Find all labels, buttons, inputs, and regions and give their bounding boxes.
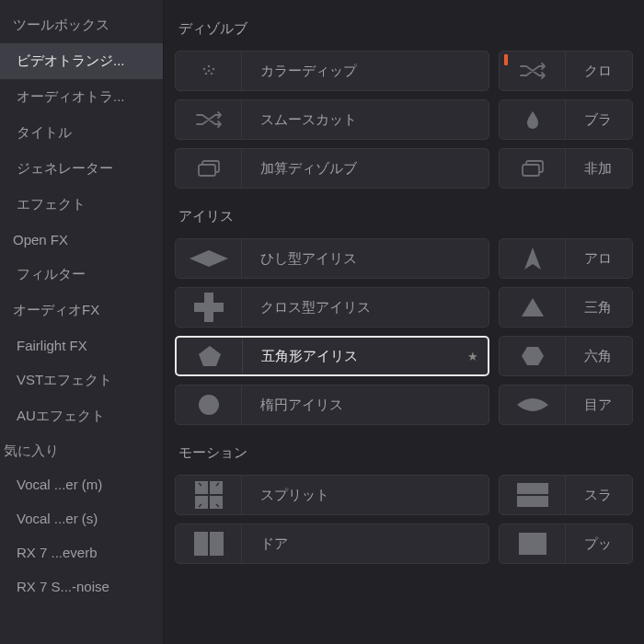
transition-tile[interactable]: 六角 (499, 336, 633, 376)
svg-rect-16 (517, 496, 548, 507)
svg-rect-18 (210, 532, 224, 556)
transition-tile[interactable]: 三角 (499, 287, 633, 328)
sidebar-item[interactable]: エフェクト (0, 187, 163, 223)
shuffle-icon (176, 100, 242, 139)
transition-tile[interactable]: アロ (499, 238, 633, 279)
tile-label: スムースカット (242, 111, 357, 129)
sidebar-item[interactable]: AUエフェクト (0, 398, 163, 434)
transition-tile[interactable]: 加算ディゾルブ (175, 148, 489, 189)
tile-label: カラーディップ (242, 63, 357, 80)
transition-tile[interactable]: 目ア (499, 385, 633, 425)
drop-icon (500, 100, 566, 139)
triangle-icon (500, 288, 566, 327)
shuffle-icon (500, 52, 566, 90)
tile-label: 加算ディゾルブ (242, 160, 357, 178)
tile-label: スプリット (242, 487, 329, 504)
favorite-item[interactable]: Vocal ...er (s) (0, 501, 163, 535)
section-title: モーション (164, 433, 644, 475)
tile-label: 三角 (566, 299, 612, 316)
sidebar-item[interactable]: ツールボックス (0, 7, 163, 43)
tile-label: 目ア (566, 397, 612, 414)
transition-tile[interactable]: スムースカット (175, 99, 489, 140)
stack-icon (500, 149, 566, 188)
tile-label: アロ (566, 250, 612, 268)
tile-label: ブラ (566, 111, 612, 129)
svg-rect-7 (199, 165, 215, 176)
transition-tile[interactable]: 楕円アイリス (175, 385, 489, 425)
sidebar-item[interactable]: オーディオトラ... (0, 79, 163, 115)
transition-tile[interactable]: ブラ (499, 99, 633, 140)
split-icon (176, 476, 242, 514)
slide-icon (500, 476, 566, 514)
favorite-item[interactable]: RX 7 S...-noise (0, 569, 163, 604)
favorite-item[interactable]: Vocal ...er (m) (0, 467, 163, 501)
diamond-icon (176, 239, 242, 278)
tile-label: 楕円アイリス (242, 397, 343, 414)
svg-rect-12 (210, 481, 223, 494)
tile-label: スラ (566, 487, 612, 504)
svg-rect-15 (517, 483, 548, 494)
tile-label: 五角形アイリス (243, 348, 358, 365)
circle-icon (176, 385, 242, 424)
transition-tile[interactable]: クロ (499, 51, 633, 91)
pentagon-icon (177, 338, 243, 374)
door-icon (176, 524, 242, 563)
transition-tile[interactable]: 五角形アイリス★ (175, 336, 489, 376)
sidebar-item[interactable]: Open FX (0, 223, 163, 257)
svg-rect-13 (195, 496, 208, 509)
sidebar-item[interactable]: ビデオトランジ... (0, 43, 163, 79)
stack-icon (176, 149, 242, 188)
tile-label: ドア (242, 535, 288, 553)
svg-point-4 (210, 73, 213, 75)
sidebar-item[interactable]: オーディオFX (0, 293, 163, 328)
sidebar-item[interactable]: Fairlight FX (0, 328, 163, 362)
transition-tile[interactable]: スラ (499, 475, 633, 515)
svg-point-2 (212, 68, 214, 71)
star-icon: ★ (467, 350, 478, 363)
sidebar-item[interactable]: タイトル (0, 115, 163, 151)
sidebar: ツールボックスビデオトランジ...オーディオトラ...タイトルジェネレーターエフ… (0, 0, 164, 644)
tile-label: 非加 (566, 160, 612, 178)
svg-point-3 (204, 73, 207, 75)
favorites-header: 気に入り (0, 434, 163, 467)
transition-tile[interactable]: ひし型アイリス (175, 238, 489, 279)
transition-tile[interactable]: ドア (175, 523, 489, 564)
flag-indicator (504, 54, 508, 65)
svg-rect-9 (523, 165, 539, 176)
transition-tile[interactable]: スプリット (175, 475, 489, 515)
svg-rect-11 (195, 481, 208, 494)
dots-icon (176, 52, 242, 90)
svg-point-10 (199, 395, 219, 415)
arrowhead-icon (500, 239, 566, 278)
transition-tile[interactable]: クロス型アイリス (175, 287, 489, 328)
tile-label: クロ (566, 63, 612, 80)
svg-point-1 (202, 68, 205, 71)
main-panel: ディゾルブカラーディップクロスムースカットブラ加算ディゾルブ非加アイリスひし型ア… (164, 0, 644, 644)
svg-point-0 (207, 65, 210, 68)
svg-rect-14 (210, 496, 223, 509)
tile-label: プッ (566, 535, 612, 553)
tile-label: 六角 (566, 348, 612, 365)
transition-tile[interactable]: カラーディップ (175, 51, 489, 91)
favorite-item[interactable]: RX 7 ...everb (0, 535, 163, 569)
sidebar-item[interactable]: フィルター (0, 257, 163, 293)
transition-tile[interactable]: プッ (499, 523, 633, 564)
plus-icon (176, 288, 242, 327)
svg-rect-17 (194, 532, 208, 556)
hexagon-icon (500, 337, 566, 375)
svg-rect-19 (519, 533, 546, 555)
eye-icon (500, 385, 566, 424)
sidebar-item[interactable]: VSTエフェクト (0, 362, 163, 398)
push-icon (500, 524, 566, 563)
tile-label: ひし型アイリス (242, 250, 357, 268)
svg-point-5 (207, 70, 210, 73)
section-title: ディゾルブ (164, 9, 644, 51)
section-title: アイリス (164, 197, 644, 238)
tile-label: クロス型アイリス (242, 299, 371, 316)
transition-tile[interactable]: 非加 (499, 148, 633, 189)
sidebar-item[interactable]: ジェネレーター (0, 151, 163, 187)
